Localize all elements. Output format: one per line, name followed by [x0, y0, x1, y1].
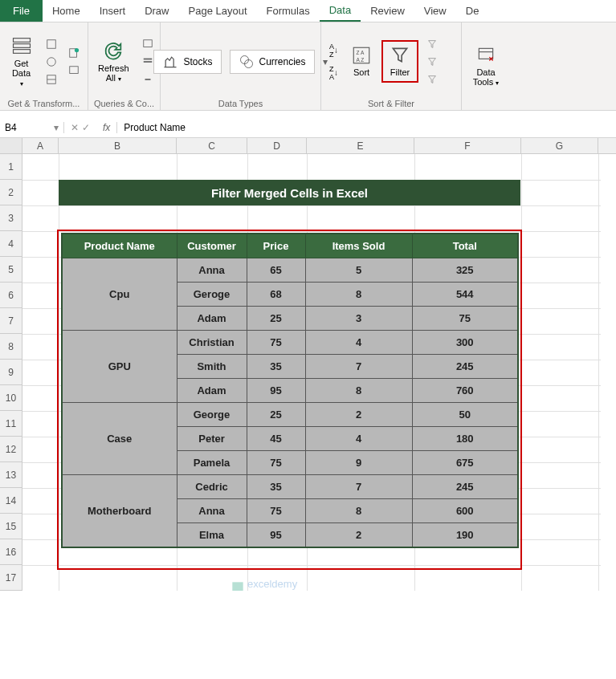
tab-review[interactable]: Review [361, 0, 414, 22]
row-header-14[interactable]: 14 [0, 488, 22, 514]
tab-page-layout[interactable]: Page Layout [179, 0, 257, 22]
header-product[interactable]: Product Name [62, 234, 177, 258]
sort-az-button[interactable]: AZ↓ [326, 41, 341, 60]
col-header-F[interactable]: F [414, 138, 521, 153]
row-header-12[interactable]: 12 [0, 437, 22, 462]
row-header-13[interactable]: 13 [0, 462, 22, 488]
table-row[interactable]: CpuAnna655325 [62, 258, 518, 283]
col-header-B[interactable]: B [59, 138, 177, 153]
row-header-4[interactable]: 4 [0, 231, 22, 257]
cell-items[interactable]: 3 [305, 307, 412, 331]
row-header-1[interactable]: 1 [0, 154, 22, 180]
cell-total[interactable]: 325 [412, 258, 518, 283]
tab-draw[interactable]: Draw [135, 0, 178, 22]
cell-items[interactable]: 7 [305, 475, 412, 499]
cell-customer[interactable]: George [177, 403, 247, 427]
data-tools-button[interactable]: DataTools ▾ [468, 43, 504, 89]
tab-home[interactable]: Home [43, 0, 90, 22]
table-row[interactable]: GPUChristian754300 [62, 331, 518, 355]
cell-total[interactable]: 600 [412, 499, 518, 523]
cell-customer[interactable]: Cedric [177, 475, 247, 499]
from-table-button[interactable] [43, 71, 60, 87]
cell-customer[interactable]: Christian [177, 331, 247, 355]
cell-customer[interactable]: Anna [177, 499, 247, 523]
tab-data[interactable]: Data [320, 0, 361, 22]
cell-price[interactable]: 68 [247, 283, 305, 307]
refresh-all-button[interactable]: RefreshAll ▾ [93, 38, 134, 85]
cell-price[interactable]: 25 [247, 403, 305, 427]
edit-links-button[interactable] [139, 71, 157, 87]
name-box-input[interactable] [5, 122, 45, 133]
cell-items[interactable]: 4 [305, 427, 412, 451]
cell-customer[interactable]: Geroge [177, 283, 247, 307]
sort-button[interactable]: Z AA Z Sort [346, 43, 377, 79]
cell-total[interactable]: 544 [412, 283, 518, 307]
from-text-button[interactable] [43, 36, 60, 52]
clear-filter-button[interactable] [423, 36, 441, 52]
filter-button[interactable]: Filter [385, 43, 415, 79]
cell-customer[interactable]: Pamela [177, 451, 247, 475]
cell-price[interactable]: 35 [247, 355, 305, 379]
cell-customer[interactable]: Elma [177, 523, 247, 548]
cell-customer[interactable]: Adam [177, 307, 247, 331]
cell-price[interactable]: 35 [247, 475, 305, 499]
table-row[interactable]: MotherboardCedric357245 [62, 475, 518, 499]
cell-total[interactable]: 300 [412, 331, 518, 355]
cell-product[interactable]: Motherboard [62, 475, 177, 548]
col-header-C[interactable]: C [177, 138, 247, 153]
formula-input[interactable] [117, 122, 616, 133]
cell-total[interactable]: 675 [412, 451, 518, 475]
existing-connections-button[interactable] [65, 63, 83, 79]
from-web-button[interactable] [43, 54, 60, 70]
select-all-corner[interactable] [0, 138, 22, 153]
header-total[interactable]: Total [412, 234, 518, 258]
row-header-16[interactable]: 16 [0, 539, 22, 565]
cell-total[interactable]: 50 [412, 403, 518, 427]
cell-items[interactable]: 8 [305, 379, 412, 403]
cell-total[interactable]: 75 [412, 307, 518, 331]
row-header-2[interactable]: 2 [0, 180, 22, 205]
row-header-8[interactable]: 8 [0, 334, 22, 360]
row-header-5[interactable]: 5 [0, 257, 22, 283]
tab-insert[interactable]: Insert [90, 0, 136, 22]
tab-de[interactable]: De [456, 0, 489, 22]
cell-product[interactable]: Case [62, 403, 177, 475]
name-box[interactable]: ▾ [0, 122, 64, 133]
cell-items[interactable]: 7 [305, 355, 412, 379]
cell-total[interactable]: 180 [412, 427, 518, 451]
fx-icon[interactable]: fx [96, 122, 117, 133]
cell-items[interactable]: 9 [305, 451, 412, 475]
header-customer[interactable]: Customer [177, 234, 247, 258]
cell-total[interactable]: 190 [412, 523, 518, 548]
cell-items[interactable]: 4 [305, 331, 412, 355]
header-items[interactable]: Items Sold [305, 234, 412, 258]
cell-total[interactable]: 245 [412, 355, 518, 379]
cell-total[interactable]: 245 [412, 475, 518, 499]
cell-product[interactable]: GPU [62, 331, 177, 403]
cell-price[interactable]: 45 [247, 427, 305, 451]
cell-items[interactable]: 2 [305, 523, 412, 548]
col-header-D[interactable]: D [247, 138, 307, 153]
table-row[interactable]: CaseGeorge25250 [62, 403, 518, 427]
stocks-button[interactable]: Stocks [153, 50, 221, 74]
row-header-3[interactable]: 3 [0, 205, 22, 231]
cell-items[interactable]: 2 [305, 403, 412, 427]
recent-sources-button[interactable] [65, 45, 83, 61]
cell-price[interactable]: 95 [247, 379, 305, 403]
cell-customer[interactable]: Adam [177, 379, 247, 403]
cell-price[interactable]: 25 [247, 307, 305, 331]
row-header-7[interactable]: 7 [0, 308, 22, 334]
cell-price[interactable]: 75 [247, 451, 305, 475]
col-header-A[interactable]: A [22, 138, 59, 153]
row-header-9[interactable]: 9 [0, 360, 22, 385]
row-header-6[interactable]: 6 [0, 283, 22, 308]
row-header-15[interactable]: 15 [0, 514, 22, 539]
col-header-E[interactable]: E [307, 138, 414, 153]
get-data-button[interactable]: GetData ▾ [5, 33, 38, 90]
col-header-G[interactable]: G [521, 138, 598, 153]
cell-items[interactable]: 5 [305, 258, 412, 283]
currencies-button[interactable]: Currencies [230, 50, 315, 74]
cell-price[interactable]: 95 [247, 523, 305, 548]
cell-price[interactable]: 65 [247, 258, 305, 283]
cell-total[interactable]: 760 [412, 379, 518, 403]
